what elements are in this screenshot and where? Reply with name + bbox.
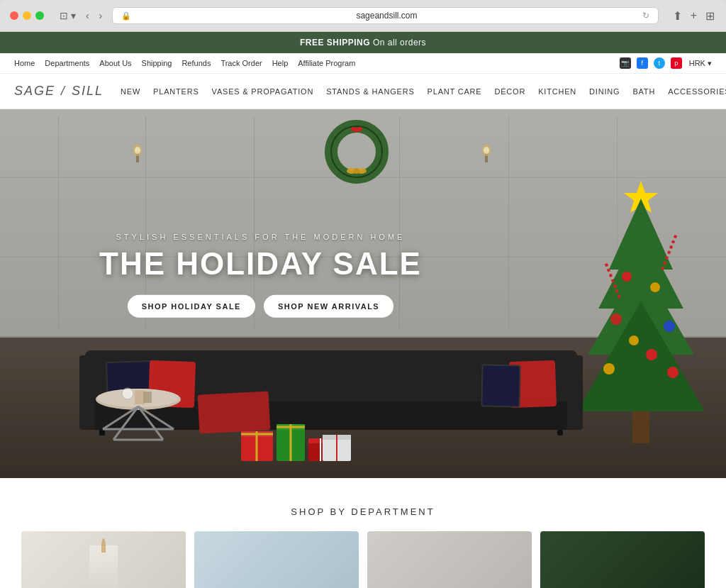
shop-holiday-button[interactable]: SHOP HOLIDAY SALE bbox=[128, 295, 255, 318]
twitter-icon[interactable]: t bbox=[654, 57, 665, 69]
hero-section: STYLISH ESSENTIALS FOR THE MODERN HOME T… bbox=[0, 109, 726, 478]
svg-line-39 bbox=[103, 406, 138, 429]
browser-actions: ⬆ + ⊞ bbox=[671, 8, 716, 24]
nav-track-order[interactable]: Track Order bbox=[220, 59, 262, 67]
coffee-table bbox=[92, 387, 184, 450]
nav-kitchen[interactable]: KITCHEN bbox=[538, 74, 576, 109]
currency-selector[interactable]: HRK ▾ bbox=[689, 59, 712, 68]
website-content: FREE SHIPPING On all orders Home Departm… bbox=[0, 32, 726, 588]
logo-slash: / bbox=[61, 84, 66, 98]
dept-card-2[interactable] bbox=[194, 531, 359, 588]
lock-icon: 🔒 bbox=[121, 11, 131, 21]
nav-vases[interactable]: VASES & PROPAGATION bbox=[212, 74, 314, 109]
svg-point-24 bbox=[622, 272, 632, 282]
svg-point-28 bbox=[629, 335, 639, 345]
nav-dining[interactable]: DINING bbox=[589, 74, 620, 109]
shop-dept-section: SHOP BY DEPARTMENT bbox=[0, 478, 726, 588]
logo-text2: SILL bbox=[72, 84, 104, 98]
nav-planters[interactable]: PLANTERS bbox=[153, 74, 199, 109]
svg-point-14 bbox=[135, 147, 140, 154]
gift-boxes bbox=[241, 411, 354, 471]
nav-home[interactable]: Home bbox=[14, 59, 35, 67]
fullscreen-button[interactable] bbox=[35, 11, 44, 20]
svg-marker-22 bbox=[577, 301, 705, 411]
browser-controls: ⊡ ▾ ‹ › bbox=[57, 9, 105, 23]
svg-line-37 bbox=[138, 406, 163, 440]
main-navigation: SAGE / SILL NEW PLANTERS VASES & PROPAGA… bbox=[0, 74, 726, 109]
nav-shipping[interactable]: Shipping bbox=[142, 59, 172, 67]
dept-card-4[interactable] bbox=[540, 531, 705, 588]
nav-plant-care[interactable]: PLANT CARE bbox=[428, 74, 482, 109]
nav-stands[interactable]: STANDS & HANGERS bbox=[326, 74, 414, 109]
svg-line-40 bbox=[138, 406, 174, 429]
main-nav-links: NEW PLANTERS VASES & PROPAGATION STANDS … bbox=[121, 74, 726, 109]
forward-button[interactable]: › bbox=[96, 9, 106, 23]
hero-subtitle: STYLISH ESSENTIALS FOR THE MODERN HOME bbox=[99, 233, 422, 241]
svg-point-30 bbox=[603, 363, 615, 375]
nav-about[interactable]: About Us bbox=[99, 59, 131, 67]
svg-point-29 bbox=[646, 349, 657, 360]
grid-view-button[interactable]: ⊞ bbox=[704, 8, 716, 24]
svg-point-11 bbox=[354, 168, 359, 174]
instagram-icon[interactable]: 📷 bbox=[620, 57, 631, 69]
left-sconce bbox=[130, 138, 145, 165]
nav-affiliate[interactable]: Affiliate Program bbox=[298, 59, 355, 67]
announcement-text: On all orders bbox=[370, 38, 426, 48]
svg-rect-23 bbox=[632, 411, 649, 443]
back-button[interactable]: ‹ bbox=[83, 9, 92, 23]
pinterest-icon[interactable]: p bbox=[671, 57, 682, 69]
announcement-bar: FREE SHIPPING On all orders bbox=[0, 32, 726, 53]
address-bar[interactable]: 🔒 sageandsill.com ↻ bbox=[112, 7, 658, 24]
logo-text1: SAGE bbox=[14, 84, 55, 98]
reload-button[interactable]: ↻ bbox=[642, 11, 649, 21]
announcement-bold: FREE SHIPPING bbox=[300, 38, 370, 48]
share-button[interactable]: ⬆ bbox=[671, 8, 683, 24]
social-icons: 📷 f t p bbox=[620, 57, 682, 69]
top-navigation: Home Departments About Us Shipping Refun… bbox=[0, 53, 726, 74]
nav-departments[interactable]: Departments bbox=[45, 59, 89, 67]
svg-point-26 bbox=[610, 314, 622, 325]
svg-point-7 bbox=[358, 127, 362, 131]
svg-point-27 bbox=[664, 321, 675, 332]
top-nav-right: 📷 f t p HRK ▾ bbox=[620, 57, 712, 69]
nav-bath[interactable]: BATH bbox=[632, 74, 655, 109]
nav-refunds[interactable]: Refunds bbox=[182, 59, 211, 67]
site-logo[interactable]: SAGE / SILL bbox=[14, 74, 99, 109]
url-text: sageandsill.com bbox=[137, 11, 636, 21]
nav-accessories[interactable]: ACCESSORIES bbox=[668, 74, 726, 109]
nav-new[interactable]: NEW bbox=[121, 74, 140, 109]
close-button[interactable] bbox=[10, 11, 18, 20]
hero-content: STYLISH ESSENTIALS FOR THE MODERN HOME T… bbox=[99, 233, 422, 318]
dept-card-3[interactable] bbox=[367, 531, 532, 588]
svg-point-42 bbox=[122, 388, 133, 399]
hero-title: THE HOLIDAY SALE bbox=[99, 247, 422, 281]
nav-help[interactable]: Help bbox=[272, 59, 289, 67]
facebook-icon[interactable]: f bbox=[637, 57, 648, 69]
minimize-button[interactable] bbox=[23, 11, 31, 20]
tab-switcher[interactable]: ⊡ ▾ bbox=[57, 9, 79, 23]
svg-rect-44 bbox=[143, 392, 152, 403]
svg-point-17 bbox=[484, 147, 489, 154]
svg-point-8 bbox=[351, 127, 355, 131]
nav-decor[interactable]: DÉCOR bbox=[494, 74, 525, 109]
svg-point-31 bbox=[667, 367, 678, 378]
browser-titlebar: ⊡ ▾ ‹ › 🔒 sageandsill.com ↻ ⬆ + ⊞ bbox=[0, 0, 726, 32]
traffic-lights bbox=[10, 11, 44, 20]
wreath bbox=[325, 120, 389, 187]
svg-point-25 bbox=[650, 282, 660, 292]
shop-dept-title: SHOP BY DEPARTMENT bbox=[21, 506, 705, 517]
add-tab-button[interactable]: + bbox=[689, 8, 698, 24]
right-sconce bbox=[479, 138, 493, 165]
christmas-tree bbox=[570, 177, 712, 478]
svg-line-36 bbox=[113, 406, 138, 440]
hero-buttons: SHOP HOLIDAY SALE SHOP NEW ARRIVALS bbox=[99, 295, 422, 318]
dept-grid bbox=[21, 531, 705, 588]
shop-new-arrivals-button[interactable]: SHOP NEW ARRIVALS bbox=[264, 295, 393, 318]
top-nav-links: Home Departments About Us Shipping Refun… bbox=[14, 59, 355, 67]
dept-card-1[interactable] bbox=[21, 531, 186, 588]
